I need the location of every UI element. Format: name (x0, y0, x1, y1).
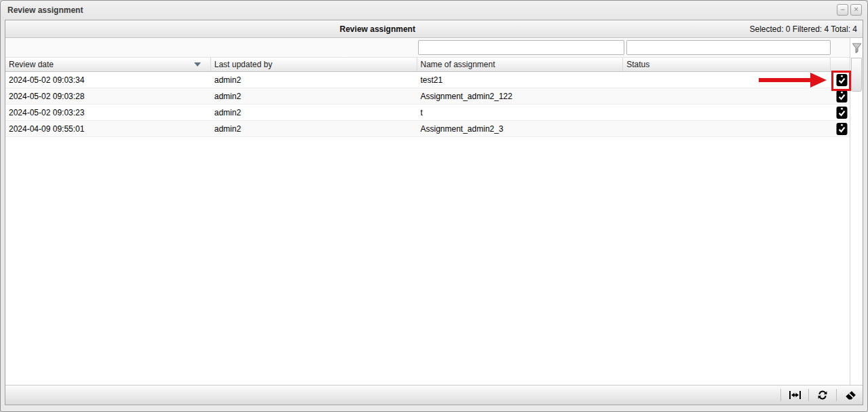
table-row[interactable]: 2024-05-02 09:03:34 admin2 test21 (5, 72, 850, 88)
column-header-status[interactable]: Status (623, 58, 831, 71)
scrollbar-thumb[interactable] (851, 58, 862, 92)
window-titlebar: Review assignment − × (1, 1, 867, 19)
cell-last-updated-by: admin2 (211, 108, 417, 117)
panel-header: Review assignment Selected: 0 Filtered: … (5, 20, 863, 38)
cell-action (831, 122, 850, 136)
cell-name-of-assignment: Assignment_admin2_3 (417, 124, 624, 134)
grid-body: 2024-05-02 09:03:34 admin2 test21 2024-0… (5, 72, 850, 385)
column-header-label: Name of assignment (421, 60, 495, 69)
clipboard-check-icon[interactable] (836, 90, 848, 103)
cell-action (831, 106, 850, 119)
cell-review-date: 2024-04-09 09:55:01 (5, 124, 211, 134)
table-row[interactable]: 2024-04-09 09:55:01 admin2 Assignment_ad… (5, 121, 850, 137)
app-window: Review assignment − × Review assignment … (0, 0, 868, 412)
cell-name-of-assignment: t (417, 108, 624, 117)
sort-desc-arrow-icon (194, 62, 201, 67)
toolbar-separator (836, 389, 837, 401)
column-header-label: Last updated by (214, 60, 272, 69)
review-assignment-panel: Review assignment Selected: 0 Filtered: … (5, 20, 863, 405)
cell-last-updated-by: admin2 (211, 75, 417, 85)
refresh-icon (817, 390, 828, 400)
clear-filter-button[interactable] (842, 388, 858, 402)
column-header-label: Status (626, 60, 649, 69)
window-controls: − × (837, 4, 862, 16)
funnel-icon (852, 43, 862, 54)
table-row[interactable]: 2024-05-02 09:03:23 admin2 t (5, 105, 850, 121)
fit-columns-button[interactable] (787, 388, 803, 402)
vertical-scrollbar-track[interactable] (850, 38, 863, 385)
cell-last-updated-by: admin2 (211, 124, 417, 134)
clipboard-check-icon[interactable] (836, 106, 848, 119)
table-row[interactable]: 2024-05-02 09:03:28 admin2 Assignment_ad… (5, 88, 850, 105)
filter-funnel-button[interactable] (852, 38, 862, 58)
cell-name-of-assignment: test21 (417, 75, 624, 85)
status-filter-input[interactable] (626, 40, 831, 55)
clipboard-check-icon[interactable] (836, 122, 848, 136)
toolbar-separator (780, 389, 781, 401)
fit-columns-icon (789, 390, 801, 400)
cell-name-of-assignment: Assignment_admin2_122 (417, 92, 624, 101)
panel-title: Review assignment (5, 24, 749, 34)
column-header-row: Review date Last updated by Name of assi… (5, 58, 850, 72)
close-button[interactable]: × (850, 4, 862, 16)
cell-review-date: 2024-05-02 09:03:34 (5, 75, 211, 85)
column-header-label: Review date (9, 60, 54, 69)
column-header-name-of-assignment[interactable]: Name of assignment (417, 58, 624, 71)
column-header-review-date[interactable]: Review date (5, 58, 211, 71)
cell-review-date: 2024-05-02 09:03:28 (5, 92, 211, 101)
column-header-actions (831, 58, 850, 71)
bottom-toolbar (5, 385, 863, 405)
column-header-last-updated-by[interactable]: Last updated by (211, 58, 417, 71)
filter-row (5, 38, 850, 58)
clipboard-check-icon[interactable] (836, 73, 848, 87)
toolbar-separator (808, 389, 809, 401)
grid-zone: Review date Last updated by Name of assi… (5, 38, 863, 385)
refresh-button[interactable] (814, 388, 831, 402)
minimize-button[interactable]: − (837, 4, 848, 16)
cell-action (831, 90, 850, 103)
cell-review-date: 2024-05-02 09:03:23 (5, 108, 211, 117)
name-filter-input[interactable] (418, 40, 624, 55)
eraser-icon (845, 390, 856, 400)
cell-last-updated-by: admin2 (211, 92, 417, 101)
selection-summary: Selected: 0 Filtered: 4 Total: 4 (749, 24, 863, 34)
grid-main: Review date Last updated by Name of assi… (5, 38, 850, 385)
window-title: Review assignment (7, 5, 83, 15)
cell-action (831, 73, 850, 87)
